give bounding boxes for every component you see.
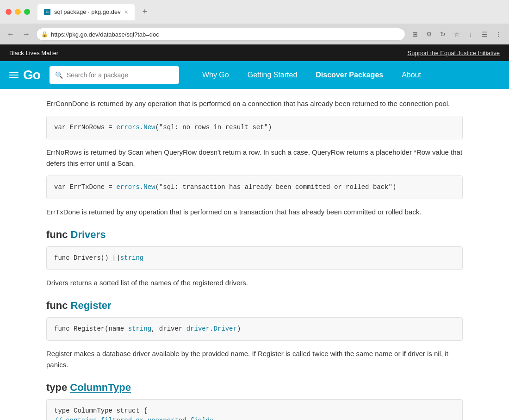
type-column-link[interactable]: ColumnType xyxy=(70,382,131,393)
errors-new-link2[interactable]: errors.New xyxy=(116,183,155,191)
title-bar: G sql package · pkg.go.dev × + xyxy=(0,0,509,24)
blm-text: Black Lives Matter xyxy=(9,50,58,56)
func-register-code-post: ) xyxy=(237,325,241,332)
forward-button[interactable]: → xyxy=(20,28,32,40)
err-tx-done-desc: ErrTxDone is returned by any operation t… xyxy=(46,207,463,218)
type-column-prefix: type xyxy=(46,382,70,393)
go-wordmark: Go xyxy=(23,68,40,82)
blm-link[interactable]: Support the Equal Justice Initiative xyxy=(408,50,500,56)
nav-links: Why Go Getting Started Discover Packages… xyxy=(193,61,500,89)
string-type-link[interactable]: string xyxy=(120,254,143,262)
search-input[interactable] xyxy=(67,71,174,79)
maximize-button[interactable] xyxy=(24,9,30,15)
code-string: ("sql: transaction has already been comm… xyxy=(155,183,396,191)
traffic-lights xyxy=(6,9,30,15)
func-drivers-link[interactable]: Drivers xyxy=(71,229,106,240)
func-register-desc: Register makes a database driver availab… xyxy=(46,348,463,370)
back-button[interactable]: ← xyxy=(5,28,17,40)
hamburger-icon xyxy=(9,72,19,78)
url-bar[interactable]: 🔒 https://pkg.go.dev/database/sql?tab=do… xyxy=(36,28,405,41)
func-register-code-block: func Register(name string, driver driver… xyxy=(46,317,463,341)
go-navigation: Go 🔍 Why Go Getting Started Discover Pac… xyxy=(0,61,509,89)
err-conn-done-desc: ErrConnDone is returned by any operation… xyxy=(46,98,463,109)
code-keyword: var ErrNoRows = xyxy=(54,124,116,131)
bookmarks-icon[interactable]: ⊞ xyxy=(409,28,421,40)
go-logo[interactable]: Go xyxy=(9,68,40,82)
extensions-icon[interactable]: ⚙ xyxy=(423,28,435,40)
new-tab-button[interactable]: + xyxy=(138,6,151,19)
download-icon[interactable]: ↓ xyxy=(465,28,477,40)
main-content: ErrConnDone is returned by any operation… xyxy=(28,89,481,420)
err-tx-done-code-block: var ErrTxDone = errors.New("sql: transac… xyxy=(46,176,463,199)
address-bar-actions: ⊞ ⚙ ↻ ☆ ↓ ☰ ⋮ xyxy=(409,28,504,40)
code-string: ("sql: no rows in result set") xyxy=(155,124,272,131)
nav-discover-packages[interactable]: Discover Packages xyxy=(306,61,392,89)
blm-banner: Black Lives Matter Support the Equal Jus… xyxy=(0,44,509,61)
type-column-comment: // contains filtered or unexported field… xyxy=(54,416,455,420)
string-type-link2[interactable]: string xyxy=(128,325,151,332)
err-no-rows-desc: ErrNoRows is returned by Scan when Query… xyxy=(46,147,463,169)
code-keyword: var ErrTxDone = xyxy=(54,183,116,191)
tab-title: sql package · pkg.go.dev xyxy=(54,8,121,15)
type-column-line1: type ColumnType struct { xyxy=(54,406,455,416)
func-register-code-mid: , driver xyxy=(151,325,186,332)
errors-new-link[interactable]: errors.New xyxy=(116,124,155,131)
nav-why-go[interactable]: Why Go xyxy=(193,61,238,89)
func-register-code-pre: func Register(name xyxy=(54,325,128,332)
reading-list-icon[interactable]: ☰ xyxy=(478,28,490,40)
nav-about[interactable]: About xyxy=(392,61,430,89)
driver-type-link[interactable]: driver.Driver xyxy=(186,325,237,332)
url-text: https://pkg.go.dev/database/sql?tab=doc xyxy=(51,31,400,38)
tab-favicon: G xyxy=(44,9,50,15)
func-register-heading: func Register xyxy=(46,300,463,312)
menu-button[interactable]: ⋮ xyxy=(492,28,504,40)
func-drivers-desc: Drivers returns a sorted list of the nam… xyxy=(46,277,463,288)
err-no-rows-code-block: var ErrNoRows = errors.New("sql: no rows… xyxy=(46,116,463,139)
tab-close-button[interactable]: × xyxy=(124,8,128,16)
browser-tab[interactable]: G sql package · pkg.go.dev × xyxy=(37,4,135,20)
func-drivers-code: func Drivers() [] xyxy=(54,254,120,262)
func-drivers-code-block: func Drivers() []string xyxy=(46,246,463,270)
minimize-button[interactable] xyxy=(15,9,21,15)
func-register-link[interactable]: Register xyxy=(71,300,112,311)
search-icon: 🔍 xyxy=(55,71,63,79)
nav-getting-started[interactable]: Getting Started xyxy=(238,61,307,89)
func-register-prefix: func xyxy=(46,300,71,311)
search-bar[interactable]: 🔍 xyxy=(50,66,179,84)
security-icon: 🔒 xyxy=(41,31,48,38)
close-button[interactable] xyxy=(6,9,12,15)
address-bar: ← → 🔒 https://pkg.go.dev/database/sql?ta… xyxy=(0,24,509,44)
func-drivers-heading: func Drivers xyxy=(46,229,463,241)
type-column-heading: type ColumnType xyxy=(46,382,463,394)
type-column-code-block: type ColumnType struct { // contains fil… xyxy=(46,399,463,420)
reload-button[interactable]: ↻ xyxy=(437,28,449,40)
func-drivers-prefix: func xyxy=(46,229,71,240)
star-icon[interactable]: ☆ xyxy=(451,28,463,40)
